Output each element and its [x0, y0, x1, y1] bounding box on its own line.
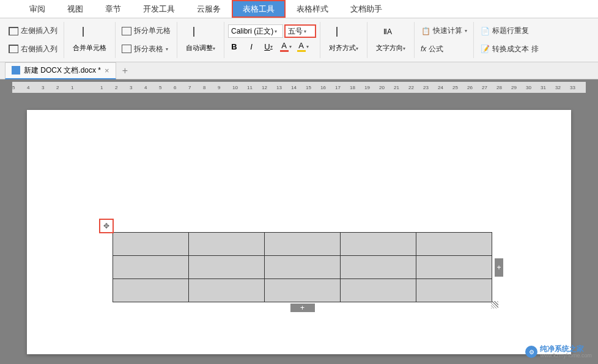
- doc-icon: [12, 66, 20, 75]
- ruler-mark: 14: [291, 85, 297, 90]
- table-move-handle[interactable]: ✥: [99, 219, 114, 233]
- tab-table-tools[interactable]: 表格工具: [232, 0, 286, 18]
- ruler-mark: 3: [130, 85, 132, 90]
- ribbon: 左侧插入列 右侧插入列 合并单元格 拆分单元格 拆分表格 ▾ 自动调整▾: [0, 18, 598, 62]
- watermark-icon: ⚙: [525, 346, 537, 358]
- ribbon-group-split: 拆分单元格 拆分表格 ▾: [116, 22, 177, 58]
- chevron-down-icon: ▾: [465, 28, 467, 34]
- document-table[interactable]: [113, 232, 492, 302]
- italic-button[interactable]: I: [245, 40, 257, 53]
- fx-icon: fx: [421, 45, 426, 53]
- page[interactable]: ✥ + +: [27, 110, 571, 354]
- table-cell[interactable]: [265, 233, 341, 256]
- ruler-mark: 7: [188, 85, 191, 90]
- font-color-button[interactable]: A ▾: [279, 40, 292, 53]
- table-row[interactable]: [113, 233, 492, 256]
- table-cell[interactable]: [341, 233, 416, 256]
- watermark-url: www.kzmyhome.com: [540, 353, 592, 359]
- table-cell[interactable]: [416, 279, 492, 302]
- header-repeat-button[interactable]: 📄 标题行重复: [478, 24, 541, 37]
- table-cell[interactable]: [416, 256, 492, 279]
- ruler-mark: 12: [262, 85, 267, 90]
- tab-view[interactable]: 视图: [56, 0, 94, 18]
- ruler-mark: 32: [555, 85, 561, 90]
- convert-text-button[interactable]: 📝 转换成文本 排: [478, 43, 541, 56]
- table-cell[interactable]: [189, 256, 265, 279]
- table-container: ✥ + +: [113, 232, 492, 302]
- ruler-mark: 16: [320, 85, 326, 90]
- ruler-mark: 28: [496, 85, 502, 90]
- font-size-value: 五号: [288, 26, 303, 37]
- tab-chapter[interactable]: 章节: [94, 0, 132, 18]
- ruler-mark: 8: [203, 85, 205, 90]
- ruler-mark: 3: [42, 85, 44, 90]
- ruler-mark: 2: [56, 85, 59, 90]
- ruler-mark: 4: [27, 85, 29, 90]
- sort-label: 排: [531, 44, 539, 54]
- table-cell[interactable]: [265, 279, 341, 302]
- highlight-button[interactable]: A ▾: [297, 40, 309, 53]
- table-cell[interactable]: [189, 279, 265, 302]
- add-column-button[interactable]: +: [495, 258, 503, 277]
- quick-calc-button[interactable]: 📋 快速计算 ▾: [418, 24, 470, 37]
- font-size-select[interactable]: 五号 ▾: [284, 24, 316, 38]
- table-cell[interactable]: [189, 233, 265, 256]
- bold-button[interactable]: B: [228, 40, 240, 53]
- add-row-button[interactable]: +: [290, 304, 315, 312]
- close-tab-button[interactable]: ×: [105, 66, 109, 75]
- horizontal-ruler[interactable]: 5432112345678910111213141516171819202122…: [12, 82, 586, 93]
- auto-adjust-label: 自动调整▾: [186, 43, 215, 53]
- table-row[interactable]: [113, 279, 492, 302]
- auto-adjust-button[interactable]: 自动调整▾: [181, 25, 220, 55]
- ruler-mark: 5: [12, 85, 15, 90]
- tab-review[interactable]: 审阅: [18, 0, 56, 18]
- formula-label: 公式: [429, 44, 443, 54]
- ruler-mark: 1: [100, 85, 103, 90]
- table-cell[interactable]: [113, 279, 189, 302]
- new-tab-button[interactable]: +: [116, 65, 134, 76]
- tab-doc-helper[interactable]: 文档助手: [339, 0, 393, 18]
- calc-icon: 📋: [421, 26, 430, 36]
- ruler-mark: 15: [306, 85, 311, 90]
- ribbon-group-direction: ⅡA 文字方向▾: [367, 22, 415, 58]
- ruler-mark: 27: [482, 85, 487, 90]
- formula-button[interactable]: fx 公式: [418, 43, 470, 56]
- ruler-mark: 10: [232, 85, 238, 90]
- split-cells-button[interactable]: 拆分单元格: [119, 24, 173, 37]
- convert-text-label: 转换成文本: [492, 44, 529, 54]
- chevron-down-icon: ▾: [304, 29, 306, 34]
- underline-button[interactable]: U▾: [262, 40, 275, 53]
- table-cell[interactable]: [265, 256, 341, 279]
- ruler-mark: 25: [452, 85, 458, 90]
- merge-cells-button[interactable]: 合并单元格: [68, 25, 111, 55]
- table-row[interactable]: [113, 256, 492, 279]
- tab-table-style[interactable]: 表格样式: [286, 0, 339, 18]
- ribbon-group-formula: 📋 快速计算 ▾ fx 公式: [415, 22, 474, 58]
- ruler-mark: 30: [526, 85, 531, 90]
- table-cell[interactable]: [416, 233, 492, 256]
- insert-right-button[interactable]: 右侧插入列: [6, 43, 60, 56]
- table-cell[interactable]: [341, 256, 416, 279]
- table-resize-handle[interactable]: [491, 301, 498, 308]
- tab-cloud[interactable]: 云服务: [186, 0, 232, 18]
- table-cell[interactable]: [113, 233, 189, 256]
- font-name-select[interactable]: Calibri (正文) ▾: [228, 24, 283, 38]
- auto-adjust-icon: [193, 27, 208, 42]
- ruler-mark: 26: [467, 85, 473, 90]
- insert-left-button[interactable]: 左侧插入列: [6, 24, 60, 37]
- doc-title: 新建 DOCX 文档.docx *: [24, 65, 101, 76]
- ruler-mark: 13: [276, 85, 282, 90]
- table-cell[interactable]: [341, 279, 416, 302]
- ruler-mark: 1: [71, 85, 73, 90]
- table-cell[interactable]: [113, 256, 189, 279]
- tab-devtools[interactable]: 开发工具: [132, 0, 186, 18]
- split-table-button[interactable]: 拆分表格 ▾: [119, 43, 173, 56]
- chevron-down-icon: ▾: [166, 46, 168, 52]
- document-tab[interactable]: 新建 DOCX 文档.docx * ×: [5, 62, 116, 79]
- align-button[interactable]: 对齐方式▾: [324, 25, 363, 55]
- merge-cells-label: 合并单元格: [73, 43, 106, 53]
- watermark: ⚙ 纯净系统之家 www.kzmyhome.com: [525, 345, 592, 359]
- ribbon-group-align: 对齐方式▾: [320, 22, 367, 58]
- split-cells-label: 拆分单元格: [134, 26, 171, 36]
- text-direction-button[interactable]: ⅡA 文字方向▾: [371, 25, 410, 55]
